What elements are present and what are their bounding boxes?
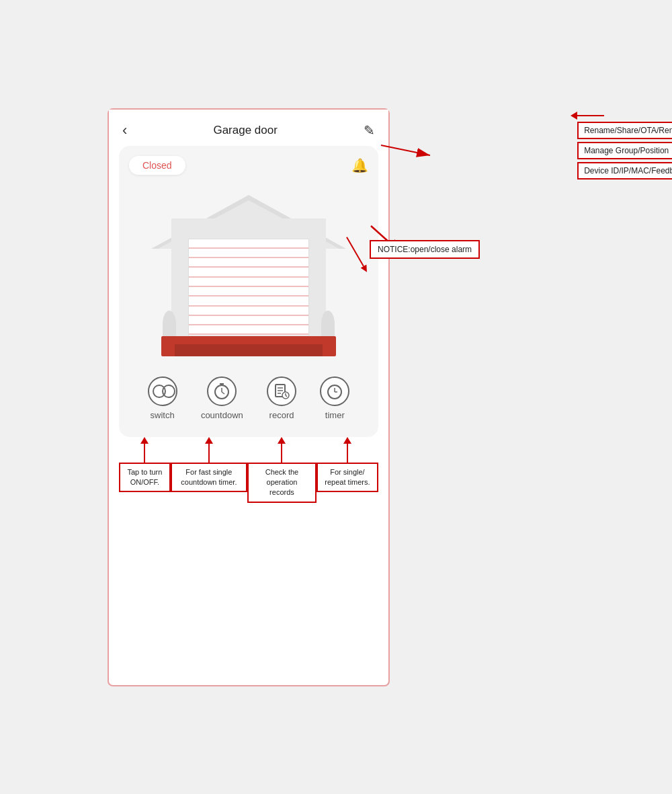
timer-icon (320, 376, 349, 406)
menu-button[interactable]: ✎ (364, 122, 375, 138)
app-content: Closed 🔔 (119, 146, 378, 437)
device-id-annotation: Device ID/IP/MAC/Feedback (577, 162, 672, 180)
rename-share-annotation: Rename/Share/OTA/Remove (577, 122, 672, 139)
back-button[interactable]: ‹ (122, 122, 127, 139)
countdown-anno-text: For fast single countdown timer. (171, 463, 247, 493)
notice-anno-text: NOTICE:open/close alarm (370, 240, 480, 259)
door-stripe (189, 325, 308, 335)
svg-line-4 (222, 392, 224, 394)
timer-annotation: For single/ repeat timers. (317, 444, 378, 493)
door-stripe (189, 249, 308, 258)
icon-item-countdown[interactable]: countdown (201, 376, 243, 420)
door-stripe (189, 316, 308, 325)
manage-group-annotation: Manage Group/Position (577, 142, 672, 159)
page-title: Garage door (213, 124, 277, 137)
record-anno-text: Check the operation records (247, 463, 317, 503)
door-stripe (189, 287, 308, 296)
menu-arrow-indicator (577, 115, 672, 116)
door-stripe (189, 258, 308, 268)
switch-annotation: Tap to turn ON/OFF. (119, 444, 171, 493)
countdown-icon (207, 376, 237, 406)
garage-base-dark (175, 344, 323, 356)
countdown-label: countdown (201, 410, 243, 420)
door-stripe (189, 239, 308, 249)
phone-frame: ‹ Garage door ✎ Closed 🔔 (108, 108, 390, 686)
door-stripe (189, 268, 308, 277)
switch-anno-text: Tap to turn ON/OFF. (119, 463, 171, 493)
svg-point-1 (163, 385, 175, 397)
garage-pillar-left (163, 311, 176, 338)
door-stripe (189, 296, 308, 306)
garage-illustration (129, 182, 368, 356)
icon-item-switch[interactable]: switch (148, 376, 177, 420)
timer-label: timer (325, 410, 345, 420)
switch-icon (148, 376, 177, 406)
countdown-annotation: For fast single countdown timer. (171, 444, 247, 493)
bell-icon[interactable]: 🔔 (351, 157, 368, 173)
garage-door (188, 239, 309, 336)
door-stripe (189, 278, 308, 287)
record-label: record (269, 410, 294, 420)
status-row: Closed 🔔 (129, 156, 368, 175)
bottom-annotations-area: Tap to turn ON/OFF. For fast single coun… (109, 437, 388, 523)
door-stripes (189, 239, 308, 335)
notice-annotation: NOTICE:open/close alarm (363, 233, 480, 266)
top-right-annotations: Rename/Share/OTA/Remove Manage Group/Pos… (577, 115, 672, 180)
icon-item-timer[interactable]: timer (320, 376, 349, 420)
door-stripe (189, 307, 308, 316)
icon-item-record[interactable]: record (267, 376, 296, 420)
timer-anno-text: For single/ repeat timers. (317, 463, 378, 493)
record-annotation: Check the operation records (247, 444, 317, 503)
garage-pillar-right (321, 311, 335, 338)
switch-label: switch (151, 410, 175, 420)
icons-row: switch countdown (129, 363, 368, 427)
garage-house (161, 195, 336, 356)
header: ‹ Garage door ✎ (109, 110, 388, 146)
status-closed-label: Closed (129, 156, 185, 175)
record-icon (267, 376, 296, 406)
